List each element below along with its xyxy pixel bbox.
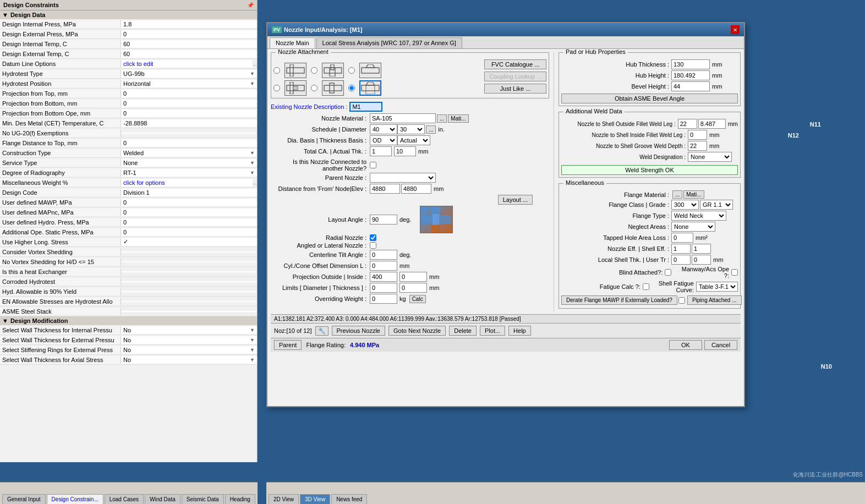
neglect-areas-select[interactable]: None: [671, 222, 715, 232]
radio-attach-6[interactable]: [348, 85, 355, 91]
footer-tab-heading[interactable]: Heading: [225, 494, 255, 504]
existing-nozzle-input[interactable]: [349, 102, 382, 112]
hub-height-input[interactable]: [671, 70, 710, 80]
manway-checkbox[interactable]: [731, 269, 738, 276]
dia-basis-select[interactable]: OD: [370, 135, 397, 145]
footer-tab-wind-data[interactable]: Wind Data: [145, 494, 180, 504]
limits-thk-input[interactable]: [399, 283, 427, 293]
projection-inside-input[interactable]: [399, 272, 427, 282]
projection-outside-input[interactable]: [370, 272, 397, 282]
derate-flange-checkbox[interactable]: [678, 297, 685, 304]
table-row[interactable]: Degree of RadiographyRT-1 ▼: [0, 168, 257, 178]
nozzle-icon-btn[interactable]: 🔧: [315, 326, 329, 336]
flange-class-select[interactable]: 300: [671, 200, 699, 210]
shell-fatigue-select[interactable]: Table 3-F.1: [696, 282, 738, 292]
groove-weld-input[interactable]: [688, 141, 707, 151]
hub-thickness-input[interactable]: [671, 59, 710, 69]
flange-material-btn1[interactable]: ...: [672, 190, 682, 199]
thickness-basis-select[interactable]: Actual: [397, 135, 430, 145]
pin-icon[interactable]: 📌: [247, 2, 254, 8]
footer-tab-2d-view[interactable]: 2D View: [269, 494, 299, 504]
flange-grade-select[interactable]: GR 1.1: [700, 200, 733, 210]
flange-type-select[interactable]: Weld Neck: [671, 211, 726, 221]
diameter-select[interactable]: 30: [397, 124, 425, 134]
calc-button[interactable]: Calc: [409, 295, 426, 303]
table-row[interactable]: Construction TypeWelded ▼: [0, 148, 257, 158]
weld-strength-button[interactable]: Weld Strength OK: [561, 165, 738, 175]
nozzle-material-input[interactable]: [370, 113, 436, 123]
radial-nozzle-checkbox[interactable]: [370, 234, 376, 241]
connected-nozzle-checkbox[interactable]: [370, 162, 376, 168]
footer-tab-load-cases[interactable]: Load Cases: [105, 494, 144, 504]
total-ca-input[interactable]: [370, 146, 392, 156]
inside-fillet-input[interactable]: [688, 130, 707, 140]
nozzle-eff-input[interactable]: [671, 244, 691, 254]
cancel-button[interactable]: Cancel: [704, 340, 737, 350]
footer-tab-news-feed[interactable]: News feed: [331, 494, 367, 504]
cyl-cone-offset-input[interactable]: [370, 261, 397, 271]
radio-attach-3[interactable]: [348, 67, 355, 74]
derate-flange-button[interactable]: Derate Flange MAWP if Externally Loaded?: [561, 295, 677, 305]
local-shell-thk-input1[interactable]: [671, 255, 691, 265]
nozzle-material-btn1[interactable]: ...: [437, 114, 447, 123]
delete-button[interactable]: Delete: [449, 326, 477, 336]
shell-eff-input[interactable]: [692, 244, 711, 254]
tapped-hole-input[interactable]: [671, 233, 693, 243]
table-row[interactable]: Select Stiffening Rings for External Pre…: [0, 345, 257, 355]
table-row[interactable]: Select Wall Thickness for External Press…: [0, 335, 257, 345]
limits-dia-input[interactable]: [370, 283, 397, 293]
radio-attach-4[interactable]: [273, 85, 280, 91]
nozzle-material-btn2[interactable]: Mati...: [448, 114, 468, 123]
attachment-radios: [273, 59, 381, 96]
design-data-section-header[interactable]: ▼ Design Data: [0, 10, 257, 19]
tab-local-stress[interactable]: Local Stress Analysis [WRC 107, 297 or A…: [316, 37, 462, 48]
table-row[interactable]: Datum Line Optionsclick to edit ...: [0, 59, 257, 69]
local-shell-thk-input2[interactable]: [692, 255, 711, 265]
footer-tab-3d-view[interactable]: 3D View: [300, 494, 330, 504]
design-modification-section-header[interactable]: ▼ Design Modification: [0, 316, 257, 325]
tab-nozzle-main[interactable]: Nozzle Main: [270, 37, 315, 48]
blind-attached-checkbox[interactable]: [665, 269, 671, 276]
footer-tab-seismic-data[interactable]: Seismic Data: [182, 494, 224, 504]
parent-nozzle-select[interactable]: [370, 173, 436, 183]
schedule-select[interactable]: 40: [370, 124, 397, 134]
bevel-height-input[interactable]: [671, 81, 710, 91]
plot-button[interactable]: Plot...: [480, 326, 505, 336]
table-row[interactable]: Select Wall Thickness for Internal Press…: [0, 325, 257, 335]
footer-tab-design-constraints[interactable]: Design Constrain...: [47, 494, 103, 504]
weld-designation-select[interactable]: None: [688, 152, 732, 162]
table-row[interactable]: Select Wall Thickness for Axial StressNo…: [0, 355, 257, 365]
distance-input1[interactable]: [370, 184, 400, 194]
bevel-angle-button[interactable]: Obtain ASME Bevel Angle: [561, 94, 738, 103]
outside-fillet-input2[interactable]: [698, 119, 726, 129]
previous-nozzle-button[interactable]: Previous Nozzle: [332, 326, 385, 336]
piping-attached-button[interactable]: Piping Attached ...: [687, 295, 742, 305]
table-row[interactable]: Miscellaneous Weight %click for options …: [0, 178, 257, 188]
radio-attach-1[interactable]: [273, 67, 280, 74]
outside-fillet-input1[interactable]: [678, 119, 697, 129]
flange-material-btn2[interactable]: Mati...: [683, 190, 704, 199]
angled-nozzle-checkbox[interactable]: [370, 242, 376, 249]
layout-button[interactable]: Layout ...: [498, 195, 533, 205]
fvc-catalogue-button[interactable]: FVC Catalogue ...: [484, 59, 546, 69]
table-row[interactable]: Hydrotest TypeUG-99b ▼: [0, 69, 257, 79]
schedule-btn[interactable]: ...: [426, 125, 436, 134]
coupling-lookup-button[interactable]: Coupling Lookup ...: [484, 72, 546, 81]
close-button[interactable]: ✕: [731, 25, 740, 34]
fatigue-calc-checkbox[interactable]: [643, 283, 649, 290]
centerline-tilt-input[interactable]: [370, 250, 397, 260]
radio-attach-5[interactable]: [311, 85, 317, 91]
ok-button[interactable]: OK: [669, 340, 702, 350]
layout-angle-input[interactable]: [370, 215, 397, 224]
distance-input2[interactable]: [401, 184, 431, 194]
footer-tab-general-input[interactable]: General Input: [2, 494, 46, 504]
radio-attach-2[interactable]: [311, 67, 317, 74]
help-button[interactable]: Help: [508, 326, 531, 336]
just-like-button[interactable]: Just Like ...: [484, 84, 546, 94]
table-row[interactable]: Service TypeNone ▼: [0, 158, 257, 168]
goto-next-nozzle-button[interactable]: Goto Next Nozzle: [388, 326, 446, 336]
overriding-weight-input[interactable]: [370, 294, 397, 304]
actual-thk-input[interactable]: [394, 146, 416, 156]
parent-button[interactable]: Parent: [274, 340, 302, 350]
table-row[interactable]: Hydrotest PositionHorizontal ▼: [0, 79, 257, 89]
